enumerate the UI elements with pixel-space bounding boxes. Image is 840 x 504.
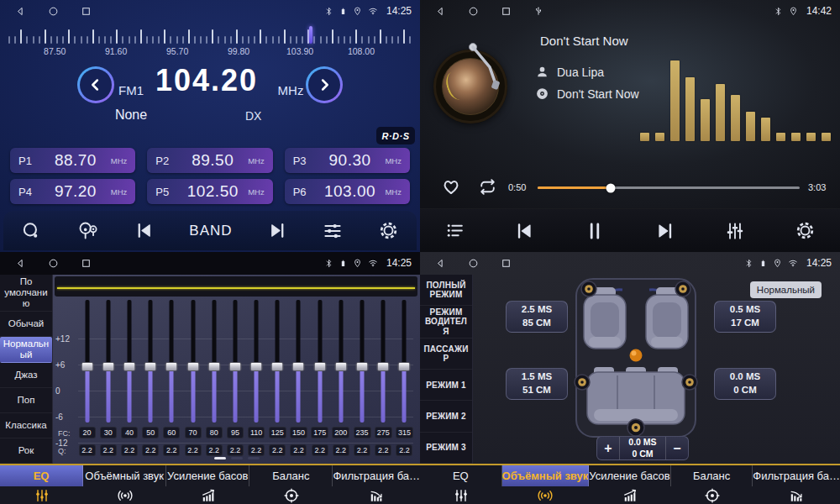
home-icon[interactable] [468,258,479,269]
eq-band-slider-235[interactable] [351,298,372,424]
eq-band-slider-95[interactable] [224,298,245,424]
home-icon[interactable] [48,258,59,269]
seek-bar[interactable] [538,186,800,189]
preset-button-p3[interactable]: P390.30MHz [285,148,410,173]
eq-band-slider-175[interactable] [309,298,330,424]
listening-mode-item-4[interactable]: РЕЖИМ 2 [420,401,472,432]
preset-button-p1[interactable]: P188.70MHz [10,148,135,173]
slider-thumb[interactable] [165,362,178,371]
eq-band-slider-70[interactable] [182,298,203,424]
listening-mode-item-3[interactable]: РЕЖИМ 1 [420,370,472,401]
home-icon[interactable] [468,6,479,17]
delay-front-left[interactable]: 2.5 MS 85 CM [506,301,568,333]
delay-front-right[interactable]: 0.5 MS 17 CM [714,301,776,333]
previous-track-icon[interactable] [513,220,535,242]
preset-button-p2[interactable]: P289.50MHz [147,148,272,173]
eq-preset-item-2[interactable]: Нормальный [0,337,52,363]
settings-gear-icon[interactable] [795,220,816,241]
eq-band-slider-200[interactable] [330,298,351,424]
profile-button[interactable]: Нормальный [750,281,822,298]
listening-mode-item-0[interactable]: ПОЛНЫЙ РЕЖИМ [420,275,472,306]
recents-icon[interactable] [81,258,92,269]
tab-3-balance[interactable]: Баланс [249,465,333,504]
preset-button-p5[interactable]: P5102.50MHz [147,179,272,204]
eq-band-slider-80[interactable] [203,298,224,424]
tab-2-bass-boost[interactable]: Усиление басов [166,465,249,504]
eq-band-slider-20[interactable] [76,298,97,424]
repeat-icon[interactable] [477,176,498,197]
recents-icon[interactable] [501,6,512,17]
previous-station-icon[interactable] [134,220,155,241]
delay-rear-right[interactable]: 0.0 MS 0 CM [714,368,776,400]
back-icon[interactable] [15,6,26,17]
slider-thumb[interactable] [102,362,114,371]
tab-0-eq-sliders[interactable]: EQ [420,465,502,504]
sliders-icon[interactable] [322,220,344,242]
decrease-delay-button[interactable]: − [665,437,688,459]
next-station-icon[interactable] [267,220,288,241]
eq-preset-item-0[interactable]: По умолчанию [0,275,52,312]
slider-thumb[interactable] [292,362,305,371]
tune-down-button[interactable] [77,66,114,103]
back-icon[interactable] [435,258,446,269]
back-icon[interactable] [435,6,446,17]
tuning-scale[interactable] [8,25,412,44]
slider-thumb[interactable] [144,362,157,371]
preset-button-p6[interactable]: P6103.00MHz [285,179,410,204]
eq-band-slider-125[interactable] [267,298,288,424]
slider-thumb[interactable] [356,362,369,371]
slider-thumb[interactable] [207,362,220,371]
seek-bar-thumb[interactable] [606,183,616,192]
dsp-broadcast-icon[interactable] [76,219,99,242]
eq-preset-item-3[interactable]: Джаз [0,363,52,388]
slider-thumb[interactable] [123,362,135,371]
equalizer-sliders-icon[interactable] [724,220,746,242]
increase-delay-button[interactable]: + [597,437,620,459]
back-icon[interactable] [15,258,26,269]
pause-icon[interactable] [584,220,606,242]
eq-band-slider-150[interactable] [288,298,309,424]
listening-mode-item-1[interactable]: РЕЖИМ ВОДИТЕЛЯ [420,306,472,339]
tune-up-button[interactable] [306,66,343,103]
eq-band-slider-60[interactable] [161,298,182,424]
playlist-icon[interactable] [444,220,465,241]
listening-mode-item-2[interactable]: ПАССАЖИР [420,339,472,370]
settings-gear-icon[interactable] [378,220,399,241]
listening-position-ball[interactable] [630,349,643,362]
tab-3-balance[interactable]: Баланс [671,465,753,504]
favorite-heart-icon[interactable] [440,176,462,197]
recents-icon[interactable] [81,6,92,17]
eq-preset-item-1[interactable]: Обычай [0,312,52,337]
band-button[interactable]: BAND [189,223,232,239]
slider-thumb[interactable] [334,362,347,371]
slider-thumb[interactable] [228,362,241,371]
listening-mode-item-5[interactable]: РЕЖИМ 3 [420,433,472,464]
slider-thumb[interactable] [398,362,411,371]
preset-button-p4[interactable]: P497.20MHz [10,179,135,204]
tab-4-filter[interactable]: Фильтрация ба… [333,465,420,504]
delay-rear-left[interactable]: 1.5 MS 51 CM [506,368,568,400]
slider-thumb[interactable] [313,362,326,371]
eq-band-slider-30[interactable] [97,298,118,424]
home-icon[interactable] [48,6,59,17]
eq-preset-item-5[interactable]: Классика [0,413,52,438]
tab-1-surround[interactable]: Объёмный звук [502,465,590,504]
slider-thumb[interactable] [186,362,199,371]
eq-band-slider-275[interactable] [373,298,394,424]
slider-thumb[interactable] [377,362,390,371]
recents-icon[interactable] [501,258,512,269]
eq-band-slider-40[interactable] [118,298,139,424]
tab-4-filter[interactable]: Фильтрация ба… [753,465,840,504]
eq-band-slider-110[interactable] [246,298,267,424]
slider-thumb[interactable] [250,362,263,371]
eq-band-slider-315[interactable] [394,298,415,424]
slider-thumb[interactable] [81,362,93,371]
tab-1-surround[interactable]: Объёмный звук [83,465,166,504]
scan-icon[interactable] [20,220,42,242]
tab-0-eq-sliders[interactable]: EQ [0,465,83,504]
eq-band-slider-50[interactable] [140,298,161,424]
slider-thumb[interactable] [271,362,284,371]
eq-preset-item-4[interactable]: Поп [0,388,52,413]
eq-preset-item-6[interactable]: Рок [0,438,52,464]
tab-2-bass-boost[interactable]: Усиление басов [589,465,671,504]
